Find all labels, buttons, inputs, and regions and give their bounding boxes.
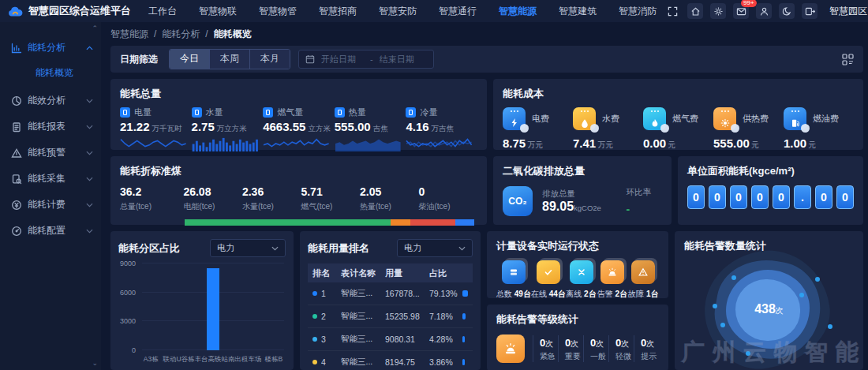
- check-glyph: [544, 267, 553, 277]
- card-title: 能耗用量排名: [308, 241, 369, 256]
- app-title: 智慧园区综合运维平台: [28, 4, 131, 18]
- table-row[interactable]: 1 智能三... 167878... 79.13%: [308, 282, 473, 305]
- total-heat: 热量 555.00吉焦: [335, 107, 406, 152]
- home-icon: [690, 6, 701, 17]
- alarm-siren-icon: [496, 334, 525, 363]
- layout-grid-button[interactable]: [842, 54, 854, 65]
- fullscreen-button[interactable]: [664, 3, 680, 19]
- bolt-glyph: [510, 118, 519, 128]
- card-title: 能耗告警等级统计: [496, 312, 659, 327]
- level-important: 0次重要: [558, 335, 583, 362]
- y-axis-tick: 3000: [120, 317, 136, 325]
- top-nav: 工作台 智慧物联 智慧物管 智慧招商 智慧安防 智慧通行 智慧能源 智慧建筑 智…: [148, 5, 657, 18]
- coal-electric: 26.08电能(tce): [183, 185, 242, 212]
- digit-display: 0 0 0 0 0 . 0 0: [687, 185, 854, 209]
- settings-button[interactable]: [710, 3, 726, 19]
- username-text[interactable]: 智慧园区: [829, 5, 867, 18]
- sidebar-item-energy-collection[interactable]: 能耗采集: [0, 166, 101, 192]
- meter-icon: [120, 107, 130, 118]
- meter-icon: [335, 107, 345, 118]
- chevron-down-icon: [86, 125, 93, 129]
- nav-property[interactable]: 智慧物管: [259, 5, 297, 18]
- quick-date-group: 今日 本周 本月: [169, 49, 290, 69]
- electricity-fee-icon: [503, 107, 526, 130]
- breadcrumb-current: 能耗概览: [214, 28, 252, 41]
- device-offline: 离线 2台: [566, 260, 597, 300]
- scatter-dot: [815, 277, 820, 282]
- report-icon: [11, 121, 22, 133]
- x-axis-label: 楼栋B: [262, 355, 286, 364]
- today-button[interactable]: 今日: [170, 50, 209, 69]
- chevron-down-icon: [458, 246, 466, 251]
- sidebar-item-energy-analysis[interactable]: 能耗分析: [0, 35, 101, 61]
- warning-glyph: [638, 267, 648, 277]
- total-electricity: 电量 21.22万千瓦时: [120, 107, 192, 152]
- chevron-down-icon: [271, 246, 279, 251]
- scatter-dot: [799, 293, 804, 297]
- nav-iot[interactable]: 智慧物联: [199, 5, 237, 18]
- home-button[interactable]: [687, 3, 703, 19]
- nav-access[interactable]: 智慧通行: [439, 5, 477, 18]
- messages-button[interactable]: 99+: [733, 3, 749, 19]
- device-fault: 故障 1台: [628, 260, 659, 300]
- exit-button[interactable]: [802, 3, 817, 19]
- sidebar-item-energy-billing[interactable]: 能耗计费: [0, 192, 101, 218]
- nav-security[interactable]: 智慧安防: [379, 5, 417, 18]
- fuel-pump-glyph: [791, 118, 800, 128]
- nav-fire[interactable]: 智慧消防: [619, 5, 657, 18]
- top-header: 智慧园区综合运维平台 工作台 智慧物联 智慧物管 智慧招商 智慧安防 智慧通行 …: [0, 0, 868, 22]
- notification-badge: 99+: [741, 0, 757, 7]
- co2-emission-card: 二氧化碳排放总量 CO₂ 排放总量 89.05kgCO2e 环比率 -: [493, 156, 672, 225]
- table-row[interactable]: 3 智能三... 9080.31 4.28%: [308, 328, 473, 351]
- card-title: 计量设备实时运行状态: [496, 239, 659, 253]
- total-water: 水量 2.75万立方米: [192, 107, 264, 152]
- table-row[interactable]: 2 智能三... 15235.98 7.18%: [308, 305, 473, 328]
- scatter-dot: [828, 324, 832, 329]
- grid-layout-icon: [842, 54, 854, 65]
- y-axis-tick: 9000: [120, 260, 136, 267]
- sidebar-item-energy-config[interactable]: 能耗配置: [0, 218, 101, 244]
- x-axis-label: 联动U谷栋: [163, 355, 194, 364]
- nav-leasing[interactable]: 智慧招商: [319, 5, 357, 18]
- table-row[interactable]: 4 智能三... 8194.75 3.86%: [308, 351, 473, 370]
- sidebar-item-energy-report[interactable]: 能耗报表: [0, 114, 101, 140]
- chevron-up-icon: [86, 46, 93, 50]
- nav-workbench[interactable]: 工作台: [148, 5, 177, 18]
- cross-glyph: [577, 267, 586, 277]
- scroll-down-icon[interactable]: ⌄: [92, 360, 98, 367]
- sidebar-subitem-energy-overview[interactable]: 能耗概览: [0, 61, 101, 84]
- pie-chart-icon: [11, 95, 22, 107]
- calendar-icon: [305, 54, 315, 64]
- scroll-up-icon[interactable]: ⌃: [92, 25, 98, 32]
- user-button[interactable]: [756, 3, 772, 19]
- ranking-energy-select[interactable]: 电力: [397, 239, 473, 257]
- zone-energy-select[interactable]: 电力: [210, 239, 286, 257]
- scatter-dot: [713, 304, 717, 308]
- this-month-button[interactable]: 本月: [249, 50, 290, 69]
- sidebar-item-energy-warning[interactable]: 能耗预警: [0, 140, 101, 166]
- cost-heating: 供热费 555.00元: [713, 107, 784, 151]
- coal-stacked-bar: [185, 219, 474, 226]
- droplet-glyph: [580, 118, 589, 128]
- device-offline-icon: [570, 260, 593, 284]
- date-range-picker[interactable]: -: [298, 50, 434, 69]
- sidebar-item-efficiency-analysis[interactable]: 能效分析: [0, 88, 101, 114]
- nav-building[interactable]: 智慧建筑: [559, 5, 597, 18]
- end-date-input[interactable]: [380, 54, 422, 64]
- breadcrumb-analysis[interactable]: 能耗分析: [162, 28, 200, 41]
- start-date-input[interactable]: [321, 54, 364, 64]
- stack-glyph: [509, 267, 518, 277]
- cloud-logo-icon: [8, 6, 23, 17]
- theme-button[interactable]: [779, 3, 795, 19]
- card-title: 能耗成本: [503, 87, 854, 101]
- unit-area-energy-card: 单位面积能耗(kgce/m²) 0 0 0 0 0 . 0 0: [678, 156, 863, 225]
- table-header: 排名 表计名称 用量 占比: [308, 263, 473, 282]
- breadcrumb-energy[interactable]: 智慧能源: [110, 28, 148, 41]
- chevron-down-icon: [86, 229, 93, 234]
- cost-fuel: 燃油费 1.00元: [784, 107, 854, 151]
- nav-energy-active[interactable]: 智慧能源: [499, 5, 537, 18]
- co2-total: 排放总量 89.05kgCO2e: [542, 189, 601, 214]
- this-week-button[interactable]: 本周: [209, 50, 249, 69]
- chevron-down-icon: [86, 151, 93, 155]
- alarm-level-card: 能耗告警等级统计 0次紧急 0次重要 0次一般 0次轻微 0次提示: [487, 305, 668, 370]
